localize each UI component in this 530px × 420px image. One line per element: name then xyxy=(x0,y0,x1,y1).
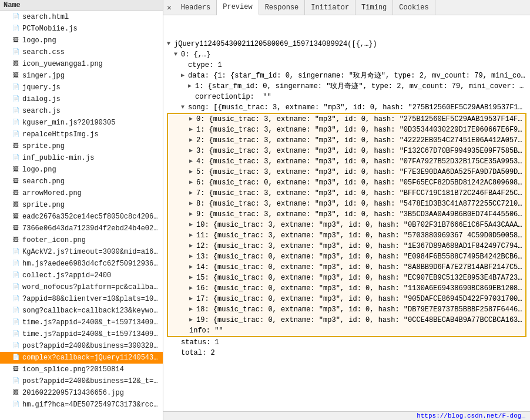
tabs-bar: ✕ HeadersPreviewResponseInitiatorTimingC… xyxy=(163,0,530,15)
json-line: ▶9: {music_trac: 3, extname: "mp3", id: … xyxy=(168,209,525,220)
json-line: ▶0: {music_trac: 3, extname: "mp3", id: … xyxy=(168,114,525,125)
file-list-item[interactable]: 📄kguser_min.js?20190305 xyxy=(0,117,163,129)
json-toggle[interactable]: ▶ xyxy=(189,146,195,156)
file-list-item[interactable]: 📄repalceHttpsImg.js xyxy=(0,129,163,140)
json-toggle[interactable]: ▶ xyxy=(189,315,195,325)
file-label: dialog.js xyxy=(22,94,61,105)
file-list-item[interactable]: 📄time.js?appid=2400&_t=15971340902518_r… xyxy=(0,328,163,340)
file-list-item[interactable]: 🖼footer_icon.png xyxy=(0,234,163,246)
file-icon: 🖼 xyxy=(12,60,20,68)
file-label: icon_splice.png?20150814 xyxy=(22,364,124,375)
file-label: jquery.js xyxy=(22,82,61,93)
json-content: ▼jQuery11240543002112058006​9_1597134089… xyxy=(163,15,530,411)
file-list-item[interactable]: 📄post?appid=2400&business=12&_t=1597134… xyxy=(0,375,163,387)
tab-headers[interactable]: Headers xyxy=(175,0,217,15)
json-line: ▶1: {star_fm_id: 0, singername: "玫月奇迹", … xyxy=(167,81,526,92)
file-list-item[interactable]: 🖼20160222095713436656.jpg xyxy=(0,387,163,399)
tab-preview[interactable]: Preview xyxy=(217,0,259,15)
file-label: footer_icon.png xyxy=(22,235,86,246)
tab-timing[interactable]: Timing xyxy=(355,0,393,15)
json-toggle[interactable]: ▶ xyxy=(189,135,195,146)
json-line: ▶16: {music_trac: 0, extname: "mp3", id:… xyxy=(168,283,525,294)
file-list-item[interactable]: 📄KgAckV2.js?timeout=3000&mid=a168b7359… xyxy=(0,246,163,258)
file-list-item[interactable]: 📄inf_public-min.js xyxy=(0,152,163,164)
json-line: ▶14: {music_trac: 0, extname: "mp3", id:… xyxy=(168,262,525,273)
url-bar: https://blog.csdn.net/F-dog_ xyxy=(163,411,530,420)
json-toggle[interactable]: ▼ xyxy=(181,102,187,113)
json-toggle[interactable]: ▶ xyxy=(189,262,195,273)
json-line: ▶data: {1: {star_fm_id: 0, singername: "… xyxy=(167,70,526,81)
json-toggle[interactable]: ▼ xyxy=(167,39,173,49)
json-toggle[interactable]: ▶ xyxy=(189,230,195,241)
file-list-item[interactable]: 🖼arrowMored.png xyxy=(0,187,163,199)
file-list-item[interactable]: 🖼logo.png xyxy=(0,35,163,46)
file-list-item[interactable]: 🖼sprite.png xyxy=(0,199,163,211)
json-toggle[interactable]: ▶ xyxy=(189,294,195,304)
json-toggle[interactable]: ▶ xyxy=(181,70,187,81)
file-list-item[interactable]: 📄search.html xyxy=(0,11,163,23)
json-line-content: 4: {music_trac: 3, extname: "mp3", id: 0… xyxy=(196,156,525,167)
json-toggle[interactable]: ▶ xyxy=(189,220,195,230)
json-line: ▶18: {music_trac: 0, extname: "mp3", id:… xyxy=(168,304,525,315)
json-line: ▶12: {music_trac: 3, extname: "mp3", id:… xyxy=(168,241,525,251)
json-toggle[interactable]: ▶ xyxy=(189,125,195,135)
json-toggle[interactable]: ▶ xyxy=(189,167,195,177)
file-label: hm.js?aedee6983d4cfc62f509129360d6bb3d xyxy=(22,258,159,269)
json-toggle[interactable]: ▶ xyxy=(189,251,195,262)
file-list-item[interactable]: 🖼logo.png xyxy=(0,164,163,176)
file-list-item[interactable]: 🖼search.png xyxy=(0,176,163,187)
tab-initiator[interactable]: Initiator xyxy=(305,0,355,15)
tab-response[interactable]: Response xyxy=(259,0,306,15)
url-text: https://blog.csdn.net/F-dog_ xyxy=(417,412,525,419)
json-toggle[interactable]: ▶ xyxy=(189,188,195,199)
json-toggle[interactable]: ▶ xyxy=(189,273,195,283)
file-list-item[interactable]: 📄dialog.js xyxy=(0,93,163,105)
file-list-item[interactable]: 📄post?appid=2400&business=300328_t=1597… xyxy=(0,340,163,352)
file-list-item[interactable]: 📄search.css xyxy=(0,46,163,58)
file-list-item[interactable]: 📄collect.js?appid=2400 xyxy=(0,270,163,281)
file-list-item[interactable]: 📄hm.gif?hca=4DE50725497C3173&rcc=18&ck=… xyxy=(0,399,163,411)
json-line: ▶10: {music_trac: 3, extname: "mp3", id:… xyxy=(168,220,525,230)
file-list-item[interactable]: 🖼singer.jpg xyxy=(0,70,163,82)
json-line-content: correctiontip: "" xyxy=(195,92,526,102)
json-toggle[interactable]: ▶ xyxy=(189,177,195,188)
json-toggle[interactable]: ▶ xyxy=(189,241,195,251)
file-list-item[interactable]: 📄complex?callback=jQuery1124054300211205 xyxy=(0,352,163,364)
json-toggle[interactable]: ▶ xyxy=(188,81,194,92)
json-toggle[interactable]: ▶ xyxy=(189,199,195,209)
tab-close-button[interactable]: ✕ xyxy=(163,0,175,15)
file-list-item[interactable]: 📄jquery.js xyxy=(0,82,163,93)
json-toggle[interactable]: ▶ xyxy=(189,156,195,167)
file-list-item[interactable]: 🖼eadc2676a352ce14ec5f8050c8c42061.png xyxy=(0,211,163,223)
file-label: KgAckV2.js?timeout=3000&mid=a168b7359… xyxy=(22,247,159,257)
json-line-content: status: 1 xyxy=(181,337,526,348)
file-list-item[interactable]: 🖼icon_splice.png?20150814 xyxy=(0,364,163,375)
json-toggle[interactable]: ▶ xyxy=(189,283,195,294)
file-list-item[interactable]: 📄song?callback=callback123&keyword=%E7%… xyxy=(0,305,163,317)
file-list-item[interactable]: 📄?appid=88&clientver=10&plats=10016,1001… xyxy=(0,293,163,305)
file-icon: 🖼 xyxy=(12,142,20,150)
file-list-item[interactable]: 📄search.js xyxy=(0,105,163,117)
file-list-item[interactable]: 🖼7366e06d43da71239d4f2ebd24b4e02e.png xyxy=(0,223,163,234)
file-label: eadc2676a352ce14ec5f8050c8c42061.png xyxy=(22,211,159,222)
json-toggle[interactable]: ▼ xyxy=(174,49,180,60)
file-label: search.js xyxy=(22,106,61,116)
tab-cookies[interactable]: Cookies xyxy=(393,0,435,15)
json-line: ▶4: {music_trac: 3, extname: "mp3", id: … xyxy=(168,156,525,167)
json-line-content: 17: {music_trac: 0, extname: "mp3", id: … xyxy=(196,294,525,304)
file-list-item[interactable]: 📄time.js?appid=2400&_t=15971340902508_r… xyxy=(0,317,163,328)
json-toggle[interactable]: ▶ xyxy=(189,304,195,315)
file-list-item[interactable]: 📄hm.js?aedee6983d4cfc62f509129360d6bb3d xyxy=(0,258,163,270)
file-list-item[interactable]: 📄word_nofocus?platform=pc&callback=jQuer… xyxy=(0,281,163,293)
json-line: ▶6: {music_trac: 0, extname: "mp3", id: … xyxy=(168,177,525,188)
file-label: hm.gif?hca=4DE50725497C3173&rcc=18&ck=… xyxy=(22,399,159,410)
file-list-item[interactable]: 🖼icon_yuewangga1.png xyxy=(0,58,163,70)
file-list-item[interactable]: 🖼sprite.png xyxy=(0,140,163,152)
json-toggle[interactable]: ▶ xyxy=(189,209,195,220)
json-toggle[interactable]: ▶ xyxy=(189,114,195,125)
file-icon: 🖼 xyxy=(12,365,20,374)
file-icon: 📄 xyxy=(12,330,20,338)
json-line-content: 18: {music_trac: 0, extname: "mp3", id: … xyxy=(196,304,525,315)
file-list-item[interactable]: 📄PCToMobiie.js xyxy=(0,23,163,35)
json-line-content: total: 2 xyxy=(181,348,526,358)
